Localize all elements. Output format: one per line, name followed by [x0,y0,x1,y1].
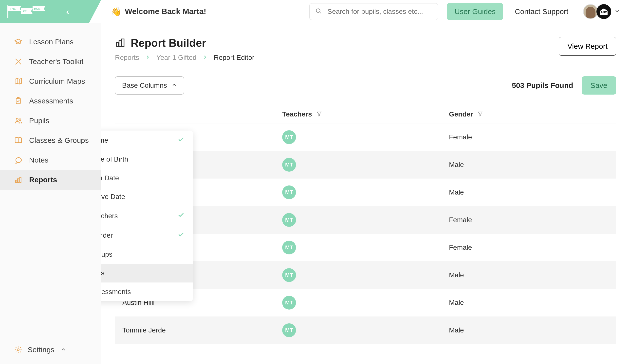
cell-name: Tommie Jerde [122,326,282,334]
svg-text:ABC: ABC [601,10,607,14]
dropdown-item[interactable]: Join Date [101,169,193,187]
dropdown-item-label: Teachers [101,212,118,220]
collapse-sidebar-icon[interactable]: ‹‹ [66,7,67,16]
dropdown-item[interactable]: Teachers [101,206,193,226]
svg-marker-26 [478,112,482,116]
cell-gender: Male [449,188,464,196]
teacher-badge-icon: MT [282,268,296,282]
cell-teacher: MT [282,185,449,199]
breadcrumb-current: Report Editor [214,54,254,62]
sidebar-item-curriculum-maps[interactable]: Curriculum Maps [0,71,101,91]
sidebar-item-notes[interactable]: Notes [0,150,101,170]
svg-marker-4 [30,8,32,14]
chevron-right-icon [202,54,208,62]
contact-support-link[interactable]: Contact Support [515,7,568,16]
cell-gender: Female [449,244,472,251]
cell-gender: Female [449,216,472,224]
map-icon [14,77,23,86]
dropdown-item[interactable]: Tags [101,264,193,282]
settings-label: Settings [28,346,54,354]
sidebar-item-pupils[interactable]: Pupils [0,111,101,131]
breadcrumb: Reports Year 1 Gifted Report Editor [115,54,254,62]
svg-rect-20 [20,177,21,182]
clipboard-icon [14,97,23,105]
filter-icon[interactable] [316,110,322,118]
sidebar-item-lesson-plans[interactable]: Lesson Plans [0,32,101,52]
main-content: Report Builder Reports Year 1 Gifted Rep… [101,23,630,364]
people-icon [14,116,23,125]
column-header-gender[interactable]: Gender [449,110,483,118]
cell-teacher: MT [282,213,449,227]
user-guides-button[interactable]: User Guides [447,3,503,20]
dropdown-item[interactable]: Leave Date [101,187,193,206]
base-columns-button[interactable]: Base Columns [115,76,184,95]
dropdown-item[interactable]: Gender [101,226,193,245]
teacher-badge-icon: MT [282,296,296,310]
chevron-right-icon [145,54,150,62]
teacher-badge-icon: MT [282,130,296,144]
svg-point-15 [16,118,18,120]
svg-rect-24 [122,39,124,46]
logo-icon: THE PE HUB [8,5,49,18]
user-menu[interactable]: ABC [583,4,620,19]
sidebar-item-label: Reports [29,176,57,184]
svg-marker-6 [42,6,46,11]
sidebar-item-label: Assessments [29,97,73,105]
dropdown-item[interactable]: Date of Birth [101,150,193,169]
sidebar-item-toolkit[interactable]: Teacher's Toolkit [0,52,101,71]
dropdown-item[interactable]: Assessments [101,282,193,301]
column-header-teachers[interactable]: Teachers [282,110,449,118]
topbar: THE PE HUB ‹‹ 👋 Welcome Back Marta! User… [0,0,630,23]
pupils-found-label: 503 Pupils Found [512,81,573,90]
filter-icon[interactable] [478,110,483,118]
view-report-button[interactable]: View Report [559,37,616,56]
sidebar-item-label: Pupils [29,117,49,125]
check-icon [178,136,184,145]
sidebar-item-classes-groups[interactable]: Classes & Groups [0,131,101,150]
svg-rect-22 [116,43,119,47]
svg-text:THE: THE [10,7,16,10]
cell-gender: Female [449,133,472,141]
base-columns-dropdown: NameDate of BirthJoin DateLeave DateTeac… [101,131,193,301]
logo-area: THE PE HUB ‹‹ [0,0,101,23]
save-button[interactable]: Save [582,76,616,95]
check-icon [178,231,184,240]
dropdown-item[interactable]: Name [101,131,193,150]
cell-gender: Male [449,161,464,169]
sidebar: Lesson Plans Teacher's Toolkit Curriculu… [0,23,101,364]
sidebar-item-assessments[interactable]: Assessments [0,91,101,111]
search-box[interactable] [309,3,438,20]
dropdown-item-label: Leave Date [101,193,125,201]
breadcrumb-item[interactable]: Year 1 Gifted [156,54,196,62]
table-header: Teachers Gender [115,104,616,123]
search-input[interactable] [327,8,432,15]
teacher-badge-icon: MT [282,185,296,199]
table-row[interactable]: Tommie JerdeMTMale [115,317,616,344]
dropdown-item-label: Tags [101,269,104,277]
dropdown-item[interactable]: Groups [101,245,193,264]
sidebar-item-label: Teacher's Toolkit [29,57,84,66]
sidebar-item-reports[interactable]: Reports [0,170,101,190]
svg-marker-25 [317,112,322,116]
toolkit-icon [14,57,23,66]
welcome-message: 👋 Welcome Back Marta! [111,7,206,16]
chevron-down-icon [614,8,620,15]
teacher-badge-icon: MT [282,241,296,254]
cell-gender: Male [449,299,464,307]
svg-marker-2 [18,6,21,11]
cell-gender: Male [449,326,464,334]
teacher-badge-icon: MT [282,323,296,337]
cell-teacher: MT [282,130,449,144]
cell-teacher: MT [282,158,449,172]
header-label: Gender [449,110,473,118]
svg-text:HUB: HUB [34,7,40,10]
lesson-plans-icon [14,37,23,46]
chevron-up-icon [61,346,66,354]
book-icon [14,136,23,145]
svg-point-21 [17,349,19,351]
breadcrumb-item[interactable]: Reports [115,54,139,62]
dropdown-item-label: Date of Birth [101,155,128,163]
teacher-badge-icon: MT [282,158,296,172]
sidebar-settings[interactable]: Settings [0,338,101,364]
sidebar-item-label: Curriculum Maps [29,77,85,85]
